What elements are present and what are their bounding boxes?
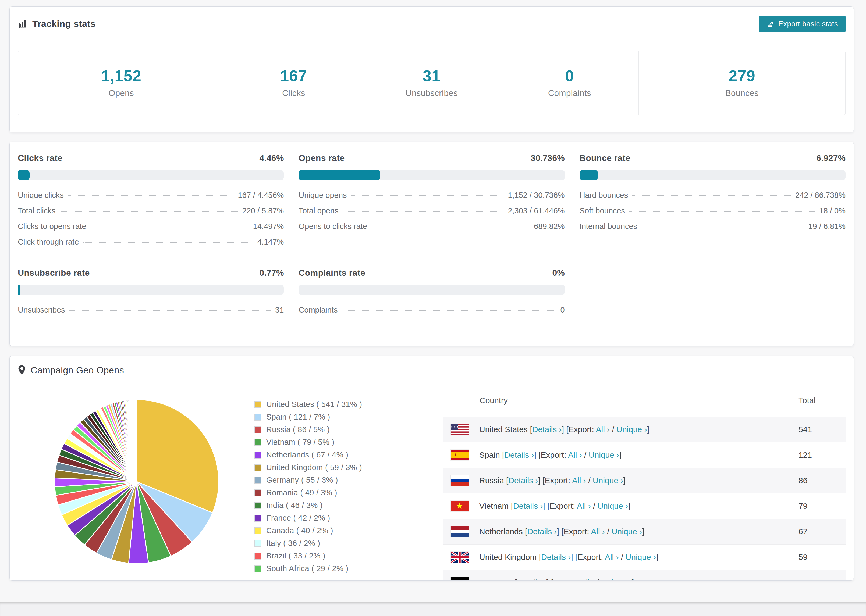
nl-flag-icon	[451, 526, 469, 537]
rates-grid: Clicks rate4.46%Unique clicks167 / 4.456…	[18, 153, 846, 321]
export-unique-link[interactable]: Unique ›	[601, 578, 632, 580]
geo-pie-chart	[53, 398, 220, 565]
detail-label: Complaints	[299, 306, 337, 314]
rate-panel-unsubscribe-rate: Unsubscribe rate0.77%Unsubscribes31	[18, 268, 284, 321]
dotted-leader	[83, 242, 253, 243]
legend-label: Canada ( 40 / 2% )	[266, 526, 333, 535]
export-all-link[interactable]: All ›	[605, 553, 619, 561]
details-link[interactable]: Details ›	[513, 501, 543, 511]
detail-label: Internal bounces	[579, 222, 637, 231]
detail-label: Soft bounces	[579, 206, 625, 215]
legend-label: Romania ( 49 / 3% )	[266, 488, 337, 497]
country-links: Netherlands [Details ›] [Export: All › /…	[479, 527, 644, 536]
detail-label: Total clicks	[18, 206, 55, 215]
geo-table-row-ru: Russia [Details ›] [Export: All › / Uniq…	[443, 468, 846, 493]
legend-item-romania: Romania ( 49 / 3% )	[254, 488, 443, 497]
export-all-link[interactable]: All ›	[568, 451, 582, 459]
rate-title: Clicks rate	[18, 153, 62, 163]
stat-value: 31	[363, 67, 501, 85]
legend-color-swatch	[254, 451, 261, 459]
legend-label: France ( 42 / 2% )	[266, 514, 330, 522]
legend-label: Brazil ( 33 / 2% )	[266, 552, 326, 560]
rate-title: Bounce rate	[579, 153, 630, 163]
export-unique-link[interactable]: Unique ›	[589, 451, 619, 459]
dotted-leader	[351, 195, 504, 196]
country-links: Russia [Details ›] [Export: All › / Uniq…	[479, 476, 625, 485]
export-all-link[interactable]: All ›	[591, 527, 605, 536]
stat-label: Complaints	[501, 88, 638, 98]
stat-value: 0	[501, 67, 638, 85]
rate-title: Opens rate	[299, 153, 345, 163]
detail-value: 14.497%	[253, 222, 284, 231]
progress-fill	[299, 170, 380, 180]
details-link[interactable]: Details ›	[527, 527, 557, 536]
detail-value: 31	[275, 306, 284, 314]
export-unique-link[interactable]: Unique ›	[593, 476, 623, 485]
stat-tile-complaints: 0Complaints	[501, 51, 639, 115]
bar-chart-icon	[18, 19, 28, 29]
stat-label: Clicks	[225, 88, 362, 98]
stat-value: 279	[639, 67, 845, 85]
campaign-geo-opens-header: Campaign Geo Opens	[10, 356, 853, 384]
country-links: Spain [Details ›] [Export: All › / Uniqu…	[479, 451, 622, 460]
country-cell: Vietnam [Details ›] [Export: All › / Uni…	[451, 501, 798, 511]
export-all-link[interactable]: All ›	[596, 425, 610, 434]
export-unique-link[interactable]: Unique ›	[616, 425, 647, 434]
detail-value: 0	[561, 306, 565, 314]
detail-value: 19 / 6.81%	[808, 222, 846, 231]
details-link[interactable]: Details ›	[532, 425, 562, 434]
detail-label: Click through rate	[18, 237, 79, 247]
legend-item-russia: Russia ( 86 / 5% )	[254, 425, 443, 434]
detail-label: Clicks to opens rate	[18, 222, 86, 231]
export-unique-link[interactable]: Unique ›	[625, 553, 656, 561]
export-all-link[interactable]: All ›	[581, 578, 595, 580]
geo-table-body: United States [Details ›] [Export: All ›…	[443, 417, 846, 580]
stat-tile-opens: 1,152Opens	[18, 51, 225, 115]
details-link[interactable]: Details ›	[504, 451, 534, 459]
legend-label: South Africa ( 29 / 2% )	[266, 564, 348, 573]
country-cell: Germany [Details ›] [Export: All › / Uni…	[451, 577, 798, 580]
us-flag-icon	[451, 424, 469, 435]
details-link[interactable]: Details ›	[508, 476, 538, 485]
dotted-leader	[91, 226, 249, 227]
geo-table-row-gb: United Kingdom [Details ›] [Export: All …	[443, 545, 846, 570]
export-unique-link[interactable]: Unique ›	[598, 501, 628, 511]
legend-item-netherlands: Netherlands ( 67 / 4% )	[254, 451, 443, 459]
stat-label: Opens	[18, 88, 225, 98]
export-all-link[interactable]: All ›	[577, 501, 591, 511]
progress-fill	[18, 285, 20, 295]
detail-row: Hard bounces242 / 86.738%	[579, 191, 846, 206]
country-cell: United Kingdom [Details ›] [Export: All …	[451, 552, 798, 563]
column-header-total: Total	[798, 396, 846, 405]
total-cell: 59	[798, 553, 846, 562]
geo-section-title: Campaign Geo Opens	[31, 365, 124, 376]
dotted-leader	[342, 310, 556, 311]
legend-item-germany: Germany ( 55 / 3% )	[254, 476, 443, 485]
country-cell: Spain [Details ›] [Export: All › / Uniqu…	[451, 449, 798, 460]
export-basic-stats-button[interactable]: Export basic stats	[759, 16, 846, 32]
rate-value: 6.927%	[816, 153, 846, 163]
progress-bar	[18, 285, 284, 295]
detail-label: Opens to clicks rate	[299, 222, 367, 231]
total-cell: 67	[798, 527, 846, 536]
detail-value: 220 / 5.87%	[242, 206, 284, 215]
progress-bar	[299, 285, 565, 295]
detail-row: Unsubscribes31	[18, 306, 284, 321]
legend-color-swatch	[254, 439, 261, 446]
dotted-leader	[629, 211, 815, 212]
stat-label: Bounces	[639, 88, 845, 98]
legend-label: Spain ( 121 / 7% )	[266, 413, 330, 421]
stats-summary: 1,152Opens167Clicks31Unsubscribes0Compla…	[10, 41, 853, 132]
export-all-link[interactable]: All ›	[572, 476, 586, 485]
detail-row: Unique opens1,152 / 30.736%	[299, 191, 565, 206]
details-link[interactable]: Details ›	[541, 553, 571, 561]
de-flag-icon	[451, 577, 469, 580]
export-unique-link[interactable]: Unique ›	[612, 527, 642, 536]
legend-label: United States ( 541 / 31% )	[266, 400, 362, 409]
legend-item-spain: Spain ( 121 / 7% )	[254, 413, 443, 421]
detail-label: Unique clicks	[18, 191, 64, 200]
rate-panel-bounce-rate: Bounce rate6.927%Hard bounces242 / 86.73…	[579, 153, 846, 253]
details-link[interactable]: Details ›	[517, 578, 546, 580]
legend-item-brazil: Brazil ( 33 / 2% )	[254, 552, 443, 560]
country-cell: Russia [Details ›] [Export: All › / Uniq…	[451, 475, 798, 486]
